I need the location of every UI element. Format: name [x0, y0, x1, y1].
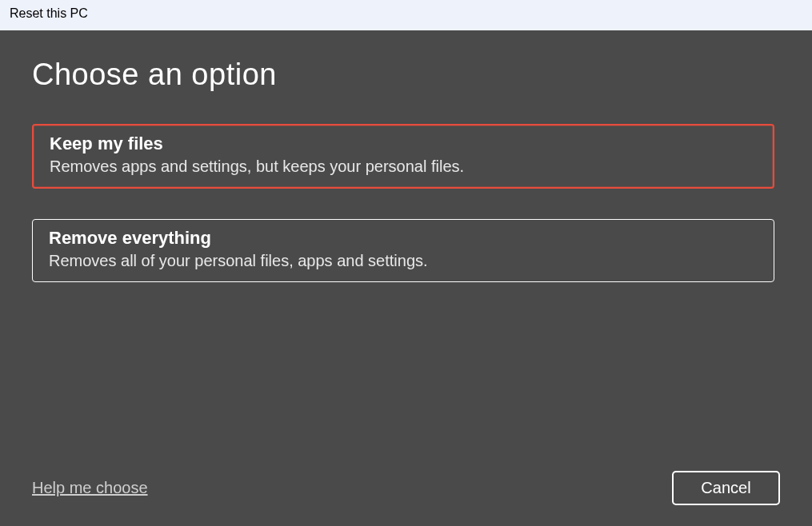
help-me-choose-link[interactable]: Help me choose	[32, 479, 148, 497]
option-title: Remove everything	[49, 228, 758, 249]
option-remove-everything[interactable]: Remove everything Removes all of your pe…	[32, 219, 774, 282]
option-description: Removes apps and settings, but keeps you…	[50, 157, 757, 176]
page-heading: Choose an option	[32, 58, 780, 92]
window-title-bar: Reset this PC	[0, 0, 812, 30]
footer-row: Help me choose Cancel	[32, 471, 780, 510]
option-description: Removes all of your personal files, apps…	[49, 252, 758, 270]
cancel-button[interactable]: Cancel	[672, 471, 780, 505]
content-area: Choose an option Keep my files Removes a…	[0, 30, 812, 526]
option-keep-my-files[interactable]: Keep my files Removes apps and settings,…	[32, 124, 774, 189]
option-title: Keep my files	[50, 133, 757, 154]
options-container: Keep my files Removes apps and settings,…	[32, 124, 780, 282]
window-title: Reset this PC	[10, 6, 88, 20]
